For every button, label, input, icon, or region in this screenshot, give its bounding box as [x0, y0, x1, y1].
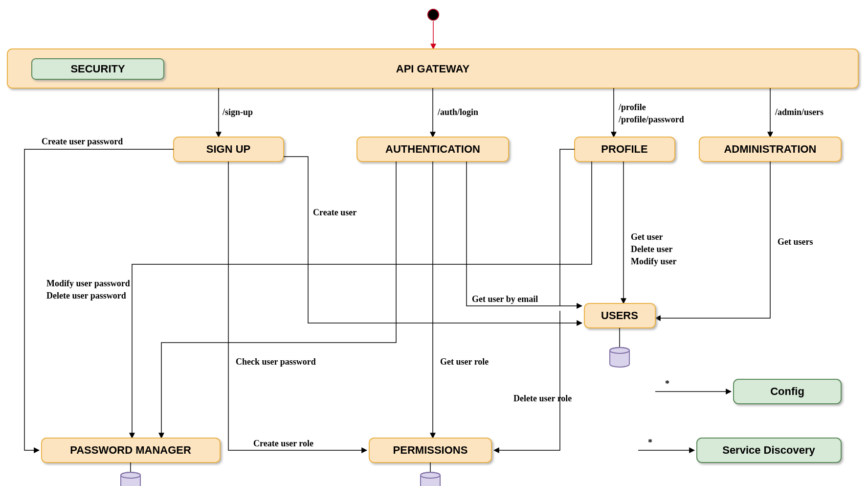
route-profile-2: /profile/password [618, 115, 684, 124]
label-get-user-role: Get user role [440, 357, 489, 367]
edge-signup-permissions [228, 162, 367, 450]
label-star2: * [648, 438, 652, 447]
route-auth-login: /auth/login [437, 107, 478, 117]
administration-box: ADMINISTRATION [699, 137, 841, 162]
label-create-user-role: Create user role [253, 439, 313, 448]
label-check-user-password: Check user password [236, 357, 316, 367]
permissions-db-icon [421, 472, 440, 486]
security-box: SECURITY [32, 59, 164, 79]
label-modify-user: Modify user [631, 256, 677, 266]
label-delete-user-password: Delete user password [46, 291, 126, 301]
label-delete-user: Delete user [631, 244, 672, 254]
config-label: Config [770, 385, 804, 397]
route-sign-up: /sign-up [222, 107, 253, 117]
architecture-diagram: API GATEWAY SECURITY /sign-up /auth/logi… [0, 0, 868, 486]
users-label: USERS [601, 309, 638, 322]
config-box: Config [734, 379, 841, 404]
label-get-user: Get user [631, 232, 663, 242]
edge-auth-pwmgr [161, 162, 396, 438]
sign-up-box: SIGN UP [174, 137, 284, 162]
permissions-label: PERMISSIONS [393, 444, 468, 456]
administration-label: ADMINISTRATION [724, 143, 816, 155]
label-modify-user-password: Modify user password [46, 278, 130, 288]
label-delete-user-role: Delete user role [513, 393, 572, 403]
api-gateway-label: API GATEWAY [396, 63, 470, 75]
label-create-user-password: Create user password [42, 137, 123, 146]
label-get-users: Get users [778, 237, 813, 247]
edge-auth-users [467, 162, 582, 306]
svg-point-0 [427, 9, 439, 21]
edge-admin-users [655, 162, 770, 318]
label-get-user-by-email: Get user by email [472, 294, 538, 304]
route-admin-users: /admin/users [775, 107, 823, 117]
start-node-icon [427, 9, 439, 21]
permissions-box: PERMISSIONS [369, 438, 491, 463]
route-profile-1: /profile [618, 102, 646, 112]
authentication-label: AUTHENTICATION [385, 143, 480, 155]
profile-label: PROFILE [601, 143, 647, 155]
edge-profile-permissions [494, 311, 560, 450]
security-label: SECURITY [70, 63, 125, 75]
sign-up-label: SIGN UP [206, 143, 250, 155]
service-discovery-box: Service Discovery [697, 438, 841, 463]
authentication-box: AUTHENTICATION [357, 137, 509, 162]
users-db-icon [610, 347, 629, 367]
label-create-user: Create user [313, 208, 356, 217]
edge-profile-permissions-top [560, 149, 575, 162]
password-manager-label: PASSWORD MANAGER [70, 444, 191, 456]
users-box: USERS [584, 303, 655, 328]
profile-box: PROFILE [575, 137, 675, 162]
service-discovery-label: Service Discovery [722, 444, 815, 456]
label-star1: * [665, 379, 669, 389]
password-manager-box: PASSWORD MANAGER [42, 438, 220, 463]
password-manager-db-icon [121, 472, 140, 486]
